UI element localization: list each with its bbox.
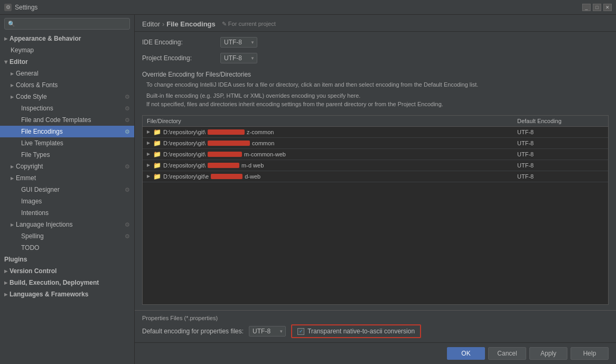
sidebar-item-gui-designer[interactable]: GUI Designer ⚙ xyxy=(0,184,134,195)
override-desc1: To change encoding IntelliJ IDEA uses fo… xyxy=(142,80,609,89)
maximize-button[interactable]: □ xyxy=(593,4,601,11)
sidebar-item-file-code-templates[interactable]: File and Code Templates ⚙ xyxy=(0,114,134,126)
content-header: Editor › File Encodings ✎ For current pr… xyxy=(135,15,616,32)
col-header-file: File/Directory xyxy=(143,116,513,126)
expand-icon: ▶ xyxy=(4,292,7,297)
cancel-button[interactable]: Cancel xyxy=(488,347,526,360)
ok-button[interactable]: OK xyxy=(447,347,485,360)
expand-icon: ▶ xyxy=(147,129,150,134)
folder-icon: 📁 xyxy=(153,173,161,180)
folder-icon: 📁 xyxy=(153,162,161,169)
expand-icon: ▶ xyxy=(11,164,14,169)
sidebar-item-code-style[interactable]: ▶ Code Style ⚙ xyxy=(0,91,134,102)
encoding-cell: UTF-8 xyxy=(513,138,608,148)
project-encoding-dropdown[interactable]: UTF-8 xyxy=(220,53,257,63)
sidebar-item-appearance[interactable]: ▶ Appearance & Behavior xyxy=(0,33,134,44)
project-encoding-row: Project Encoding: UTF-8 xyxy=(142,53,609,63)
app-icon: ⚙ xyxy=(4,4,12,11)
properties-section: Properties Files (*.properties) Default … xyxy=(135,310,616,342)
encoding-cell: UTF-8 xyxy=(513,172,608,181)
content-body: IDE Encoding: UTF-8 Project Encoding: UT… xyxy=(135,32,616,310)
title-bar: ⚙ Settings _ □ ✕ xyxy=(0,0,616,15)
encoding-cell: UTF-8 xyxy=(513,161,608,170)
redacted-text xyxy=(211,174,242,179)
cog-icon: ⚙ xyxy=(125,221,130,228)
window-controls: _ □ ✕ xyxy=(582,4,612,11)
folder-icon: 📁 xyxy=(153,128,161,136)
sidebar-item-todo[interactable]: TODO xyxy=(0,242,134,254)
redacted-text xyxy=(208,141,250,146)
expand-icon: ▶ xyxy=(11,176,14,181)
sidebar-item-file-types[interactable]: File Types xyxy=(0,149,134,161)
override-section: Override Encoding for Files/Directories … xyxy=(142,71,609,111)
dialog-buttons: OK Cancel Apply Help xyxy=(135,342,616,364)
sidebar-item-file-encodings[interactable]: File Encodings ⚙ xyxy=(0,126,134,137)
properties-row: Default encoding for properties files: U… xyxy=(142,324,609,338)
cog-icon: ⚙ xyxy=(125,94,130,100)
sidebar-item-images[interactable]: Images xyxy=(0,195,134,207)
redacted-text xyxy=(208,163,239,168)
close-button[interactable]: ✕ xyxy=(603,4,612,11)
encoding-cell: UTF-8 xyxy=(513,127,608,137)
ide-encoding-dropdown[interactable]: UTF-8 xyxy=(220,37,257,48)
apply-button[interactable]: Apply xyxy=(529,347,567,360)
sidebar-item-live-templates[interactable]: Live Templates xyxy=(0,137,134,149)
expand-icon: ▶ xyxy=(11,71,14,76)
sidebar-item-editor[interactable]: ▶ Editor xyxy=(0,56,134,68)
search-icon: 🔍 xyxy=(8,21,15,27)
sidebar-item-intentions[interactable]: Intentions xyxy=(0,207,134,219)
ide-encoding-label: IDE Encoding: xyxy=(142,39,216,46)
expand-icon: ▶ xyxy=(4,281,7,285)
sidebar-item-language-injections[interactable]: ▶ Language Injections ⚙ xyxy=(0,219,134,230)
override-desc2: Built-in file encoding (e.g. JSP, HTML o… xyxy=(142,91,609,109)
minimize-button[interactable]: _ xyxy=(582,4,591,11)
breadcrumb: Editor › File Encodings xyxy=(142,20,216,28)
sidebar-item-spelling[interactable]: Spelling ⚙ xyxy=(0,230,134,242)
sidebar-item-copyright[interactable]: ▶ Copyright ⚙ xyxy=(0,161,134,172)
file-path-cell: ▶ 📁 D:\repository\git\m-d web xyxy=(143,160,513,171)
table-row[interactable]: ▶ 📁 D:\repository\git\m-d web UTF-8 xyxy=(143,160,608,171)
table-row[interactable]: ▶ 📁 D:\repository\git\m-common-web UTF-8 xyxy=(143,149,608,160)
sidebar-item-keymap[interactable]: Keymap xyxy=(0,44,134,56)
for-current-project: ✎ For current project xyxy=(222,21,276,27)
cog-icon: ⚙ xyxy=(125,186,130,193)
search-input[interactable] xyxy=(17,20,126,27)
expand-icon: ▶ xyxy=(4,60,8,63)
table-row[interactable]: ▶ 📁 D:\repository\git\common UTF-8 xyxy=(143,138,608,149)
sidebar-item-general[interactable]: ▶ General xyxy=(0,68,134,79)
table-row[interactable]: ▶ 📁 D:\repository\git\ed-web UTF-8 xyxy=(143,171,608,182)
file-table[interactable]: File/Directory Default Encoding ▶ 📁 D:\r… xyxy=(142,115,609,305)
file-path-cell: ▶ 📁 D:\repository\git\common xyxy=(143,138,513,148)
window-title: Settings xyxy=(15,4,38,11)
sidebar-item-languages-frameworks[interactable]: ▶ Languages & Frameworks xyxy=(0,288,134,300)
sidebar-item-build-execution[interactable]: ▶ Build, Execution, Deployment xyxy=(0,277,134,288)
transparent-checkbox[interactable]: ✓ xyxy=(297,328,304,335)
ide-encoding-row: IDE Encoding: UTF-8 xyxy=(142,37,609,48)
expand-icon: ▶ xyxy=(4,269,7,274)
properties-encoding-dropdown[interactable]: UTF-8 xyxy=(249,326,286,337)
sidebar-item-emmet[interactable]: ▶ Emmet xyxy=(0,172,134,184)
sidebar-item-version-control[interactable]: ▶ Version Control xyxy=(0,265,134,277)
cog-icon: ⚙ xyxy=(125,105,130,112)
expand-icon: ▶ xyxy=(147,174,150,179)
help-button[interactable]: Help xyxy=(571,347,609,360)
sidebar-item-inspections[interactable]: Inspections ⚙ xyxy=(0,102,134,114)
transparent-label: Transparent native-to-ascii conversion xyxy=(307,328,415,335)
sidebar-item-colors-fonts[interactable]: ▶ Colors & Fonts xyxy=(0,79,134,91)
main-layout: 🔍 ▶ Appearance & Behavior Keymap ▶ Edito… xyxy=(0,15,616,364)
expand-icon: ▶ xyxy=(11,83,14,88)
file-path-cell: ▶ 📁 D:\repository\git\ed-web xyxy=(143,171,513,182)
folder-icon: 📁 xyxy=(153,151,161,158)
expand-icon: ▶ xyxy=(4,36,7,41)
expand-icon: ▶ xyxy=(147,152,150,156)
sidebar: 🔍 ▶ Appearance & Behavior Keymap ▶ Edito… xyxy=(0,15,135,364)
search-box[interactable]: 🔍 xyxy=(4,18,130,30)
redacted-text xyxy=(208,129,245,135)
sidebar-item-plugins[interactable]: Plugins xyxy=(0,254,134,265)
expand-icon: ▶ xyxy=(147,163,150,167)
file-table-header: File/Directory Default Encoding xyxy=(143,116,608,127)
encoding-cell: UTF-8 xyxy=(513,150,608,159)
override-title: Override Encoding for Files/Directories xyxy=(142,71,609,78)
col-header-encoding: Default Encoding xyxy=(513,116,608,126)
table-row[interactable]: ▶ 📁 D:\repository\git\z-common UTF-8 xyxy=(143,127,608,138)
